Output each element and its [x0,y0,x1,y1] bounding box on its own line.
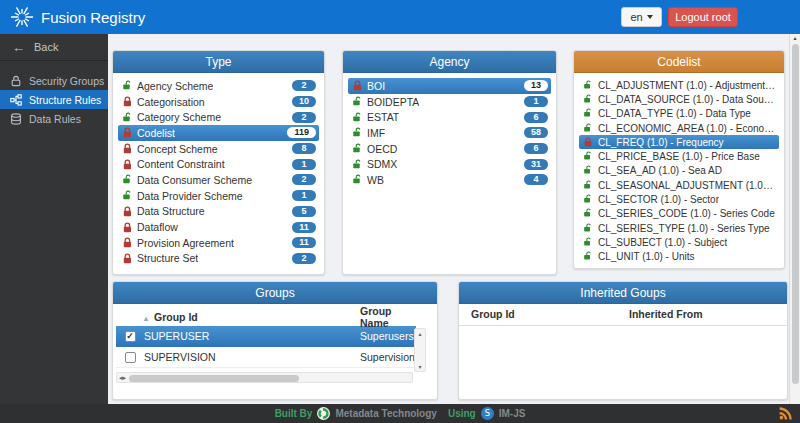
list-item[interactable]: CL_DATA_TYPE (1.0) - Data Type [579,107,779,121]
locked-padlock-icon [122,237,133,248]
starburst-logo [10,5,34,29]
row-checkbox[interactable] [125,352,136,363]
locked-padlock-icon [122,253,133,264]
column-header-group-name[interactable]: Group Name [360,305,416,329]
page-vertical-scrollbar[interactable] [789,34,800,404]
rss-icon[interactable] [778,406,793,421]
list-item[interactable]: IMF 58 [348,125,551,141]
list-item[interactable]: Category Scheme 2 [118,109,319,125]
language-label: en [630,11,642,23]
inherited-table: Group Id Inherited From [459,308,787,326]
locked-padlock-icon [122,206,133,217]
list-item[interactable]: Data Consumer Scheme 2 [118,172,319,188]
builder-name[interactable]: Metadata Technology [335,408,437,419]
unlocked-padlock-icon [352,174,363,185]
list-item[interactable]: CL_DATA_SOURCE (1.0) - Data Source [579,92,779,106]
row-checkbox[interactable] [125,331,136,342]
list-item[interactable]: Data Provider Scheme 1 [118,188,319,204]
unlocked-padlock-icon [583,208,593,218]
list-item[interactable]: CL_SECTOR (1.0) - Sector [579,192,779,206]
list-item[interactable]: CL_FREQ (1.0) - Frequency [579,135,779,149]
list-item[interactable]: CL_ECONOMIC_AREA (1.0) - Economic Area [579,121,779,135]
sidebar-item[interactable]: Data Rules [0,109,108,128]
list-item[interactable]: CL_SERIES_CODE (1.0) - Series Code [579,207,779,221]
agency-panel-header: Agency [343,51,556,73]
language-selector[interactable]: en [621,7,662,27]
scrollbar-thumb[interactable] [792,44,799,384]
table-row[interactable]: SUPERUSER Superusers [116,326,416,347]
list-item[interactable]: Dataflow 11 [118,219,319,235]
locked-padlock-icon [122,222,133,233]
sidebar-item[interactable]: Security Groups [0,71,108,90]
list-item[interactable]: CL_SEASONAL_ADJUSTMENT (1.0) - Seasonal … [579,178,779,192]
item-label: Data Structure [137,205,205,217]
groups-panel: Groups Group Id Group Name SUPERUSER [112,281,438,400]
item-label: Data Consumer Scheme [137,174,252,186]
svg-text:S: S [485,408,490,418]
table-row[interactable]: SUPERVISION Supervision [116,347,416,368]
locked-padlock-icon [122,143,133,154]
list-item[interactable]: WB 4 [348,172,551,188]
count-badge: 4 [524,174,548,185]
inherited-panel-header: Inherited Goups [459,282,787,304]
item-label: Dataflow [137,221,178,233]
item-label: Structure Set [137,252,198,264]
unlocked-padlock-icon [583,108,593,118]
groups-panel-header: Groups [113,282,437,304]
sidebar-item-label: Structure Rules [29,94,101,106]
item-label: SDMX [367,158,397,170]
list-item[interactable]: Data Structure 5 [118,204,319,220]
list-item[interactable]: CL_SEA_AD (1.0) - Sea AD [579,164,779,178]
groups-horizontal-scrollbar[interactable] [116,372,413,383]
library-name[interactable]: IM-JS [499,408,526,419]
groups-vertical-scrollbar[interactable] [414,328,426,372]
unlocked-padlock-icon [583,165,593,175]
item-label: CL_ECONOMIC_AREA (1.0) - Economic Area [598,123,776,134]
item-label: CL_SUBJECT (1.0) - Subject [598,237,727,248]
unlocked-padlock-icon [583,194,593,204]
item-label: Agency Scheme [137,80,213,92]
scroll-right-icon[interactable] [123,374,127,382]
sidebar-menu: Security Groups [0,71,108,128]
list-item[interactable]: ESTAT 6 [348,109,551,125]
back-button[interactable]: Back [0,34,108,61]
inherited-table-header: Group Id Inherited From [459,308,787,326]
caret-down-icon [647,15,653,19]
sidebar: Back [0,34,108,405]
item-label: WB [367,174,384,186]
count-badge: 1 [292,190,316,201]
list-item[interactable]: Codelist 119 [118,125,319,141]
locked-padlock-icon [122,96,133,107]
unlocked-padlock-icon [352,96,363,107]
unlocked-padlock-icon [583,94,593,104]
list-item[interactable]: BOIDEPTA 1 [348,94,551,110]
list-item[interactable]: CL_ADJUSTMENT (1.0) - Adjustment indicat… [579,78,779,92]
database-icon [10,113,22,125]
list-item[interactable]: Content Constraint 1 [118,156,319,172]
scrollbar-thumb[interactable] [129,375,299,382]
list-item[interactable]: CL_SUBJECT (1.0) - Subject [579,235,779,249]
list-item[interactable]: Structure Set 2 [118,251,319,267]
list-item[interactable]: CL_SERIES_TYPE (1.0) - Series Type [579,221,779,235]
locked-padlock-icon [583,137,593,147]
scroll-up-icon[interactable] [418,330,421,337]
using-label: Using [448,408,476,419]
column-header-inherited-from: Inherited From [629,308,703,325]
im-js-logo: S [481,407,494,420]
locked-padlock-icon [122,159,133,170]
list-item[interactable]: Concept Scheme 8 [118,141,319,157]
list-item[interactable]: Provision Agreement 11 [118,235,319,251]
list-item[interactable]: CL_PRICE_BASE (1.0) - Price Base [579,149,779,163]
list-item[interactable]: BOI 13 [348,78,551,94]
logout-button[interactable]: Logout root [668,7,738,27]
list-item[interactable]: Categorisation 10 [118,94,319,110]
list-item[interactable]: Agency Scheme 2 [118,78,319,94]
scroll-up-icon[interactable] [790,34,800,41]
sidebar-item[interactable]: Structure Rules [0,90,108,109]
list-item[interactable]: SDMX 31 [348,156,551,172]
list-item[interactable]: CL_UNIT (1.0) - Units [579,250,779,264]
list-item[interactable]: OECD 6 [348,141,551,157]
footer: Built By Metadata Technology Using S IM-… [0,404,800,423]
brand[interactable]: Fusion Registry [10,5,145,29]
scroll-down-icon[interactable] [418,363,421,370]
